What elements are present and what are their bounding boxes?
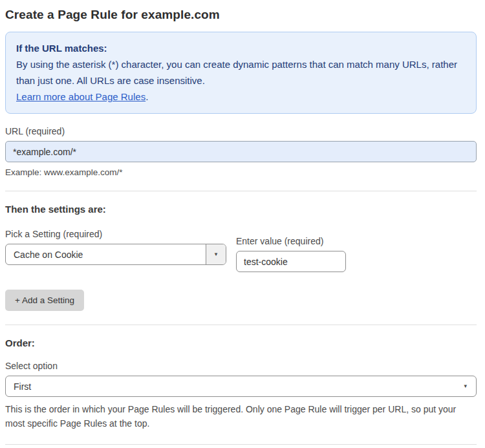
- order-helper-text: This is the order in which your Page Rul…: [5, 402, 477, 431]
- order-section-heading: Order:: [5, 337, 477, 348]
- setting-value-label: Enter value (required): [236, 236, 346, 246]
- url-input[interactable]: [5, 141, 477, 162]
- setting-dropdown[interactable]: Cache on Cookie ▾: [5, 244, 226, 265]
- setting-picker-label: Pick a Setting (required): [5, 229, 226, 239]
- setting-picker-column: Pick a Setting (required) Cache on Cooki…: [5, 229, 226, 265]
- url-example-helper: Example: www.example.com/*: [5, 167, 477, 177]
- divider: [5, 444, 477, 445]
- order-select-value: First: [14, 381, 31, 392]
- setting-value-input[interactable]: [236, 251, 346, 272]
- chevron-down-icon: ▾: [215, 251, 218, 257]
- order-select-label: Select option: [5, 361, 477, 371]
- order-select[interactable]: First ▾: [5, 376, 477, 397]
- setting-dropdown-value: Cache on Cookie: [6, 250, 206, 260]
- callout-link-suffix: .: [146, 91, 148, 102]
- page-title: Create a Page Rule for example.com: [5, 8, 477, 22]
- divider: [5, 325, 477, 325]
- add-setting-button[interactable]: + Add a Setting: [5, 290, 84, 311]
- setting-row: Pick a Setting (required) Cache on Cooki…: [5, 229, 477, 272]
- callout-heading: If the URL matches:: [16, 40, 466, 56]
- chevron-down-icon: ▾: [464, 383, 467, 389]
- settings-section-heading: Then the settings are:: [5, 204, 477, 215]
- url-field-label: URL (required): [5, 126, 477, 136]
- setting-dropdown-button[interactable]: ▾: [206, 244, 226, 264]
- callout-body: By using the asterisk (*) character, you…: [16, 56, 466, 105]
- url-match-callout: If the URL matches: By using the asteris…: [5, 32, 477, 114]
- setting-value-column: Enter value (required): [236, 236, 346, 272]
- learn-more-link[interactable]: Learn more about Page Rules: [16, 91, 146, 102]
- divider: [5, 191, 477, 191]
